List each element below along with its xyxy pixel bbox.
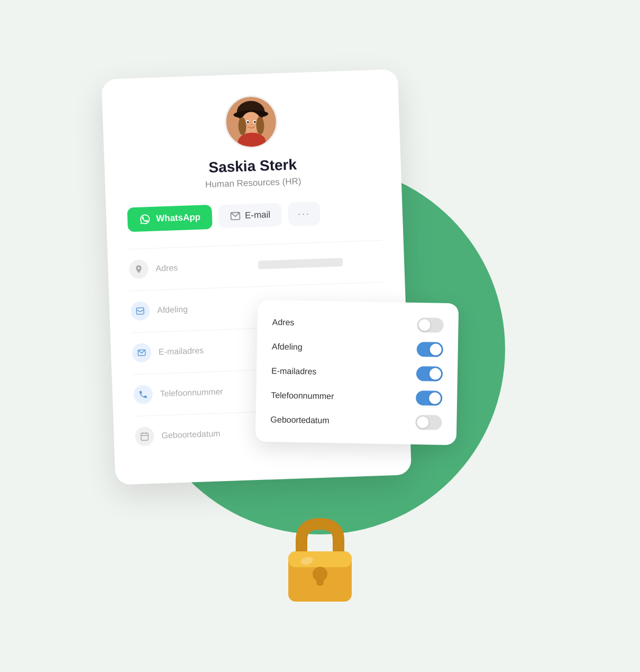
settings-adres-label: Adres (272, 317, 294, 328)
settings-row-adres: Adres (272, 315, 443, 333)
emailadres-label: E-mailadres (159, 344, 254, 357)
more-dots: ··· (298, 208, 311, 219)
lock-svg (278, 513, 362, 609)
divider-top (129, 240, 382, 250)
toggle-telefoonnummer[interactable] (416, 391, 442, 406)
adres-icon-wrapper (129, 259, 149, 279)
scene: Saskia Sterk Human Resources (HR) WhatsA… (82, 58, 558, 614)
telefoon-icon-wrapper (133, 385, 153, 404)
toggle-geboortedatum[interactable] (415, 415, 442, 430)
svg-rect-14 (136, 307, 144, 314)
phone-icon (138, 389, 148, 399)
calendar-icon (140, 431, 150, 441)
department-icon (135, 306, 145, 316)
toggle-afdeling[interactable] (417, 342, 443, 357)
location-icon (134, 264, 144, 274)
settings-geboortedatum-label: Geboortedatum (270, 415, 329, 425)
adres-label: Adres (156, 260, 251, 273)
settings-row-telefoonnummer: Telefoonnummer (271, 388, 442, 406)
toggle-emailadres[interactable] (416, 366, 443, 382)
email-label: E-mail (245, 210, 271, 221)
settings-card: Adres Afdeling E-mailadres Telefoonnumme… (255, 300, 459, 446)
settings-row-emailadres: E-mailadres (271, 364, 443, 382)
action-buttons: WhatsApp E-mail ··· (127, 199, 381, 232)
lock-icon (278, 513, 362, 609)
whatsapp-label: WhatsApp (156, 212, 201, 224)
whatsapp-icon (139, 213, 151, 225)
email-button[interactable]: E-mail (218, 203, 282, 228)
settings-afdeling-label: Afdeling (272, 342, 303, 352)
settings-row-afdeling: Afdeling (272, 339, 443, 357)
field-row-adres: Adres (129, 251, 383, 279)
email-field-icon-wrapper (132, 343, 151, 362)
adres-value-blur (258, 258, 343, 269)
email-field-icon (137, 348, 147, 358)
geboortedatum-icon-wrapper (135, 426, 154, 446)
settings-telefoonnummer-label: Telefoonnummer (271, 391, 334, 401)
svg-rect-21 (288, 551, 352, 567)
svg-rect-16 (141, 433, 148, 440)
more-button[interactable]: ··· (288, 201, 321, 226)
telefoonnummer-label: Telefoonnummer (160, 386, 255, 398)
geboortedatum-label: Geboortedatum (161, 428, 257, 440)
avatar (224, 94, 278, 149)
settings-emailadres-label: E-mailadres (271, 366, 317, 376)
whatsapp-button[interactable]: WhatsApp (127, 205, 213, 232)
divider-adres (130, 282, 384, 292)
afdeling-icon-wrapper (130, 301, 150, 321)
settings-row-geboortedatum: Geboortedatum (270, 412, 442, 430)
afdeling-label: Afdeling (157, 302, 253, 315)
avatar-image (225, 95, 277, 149)
avatar-wrapper (123, 91, 379, 153)
svg-rect-23 (316, 574, 324, 586)
email-icon (230, 211, 241, 222)
toggle-adres[interactable] (417, 317, 443, 333)
